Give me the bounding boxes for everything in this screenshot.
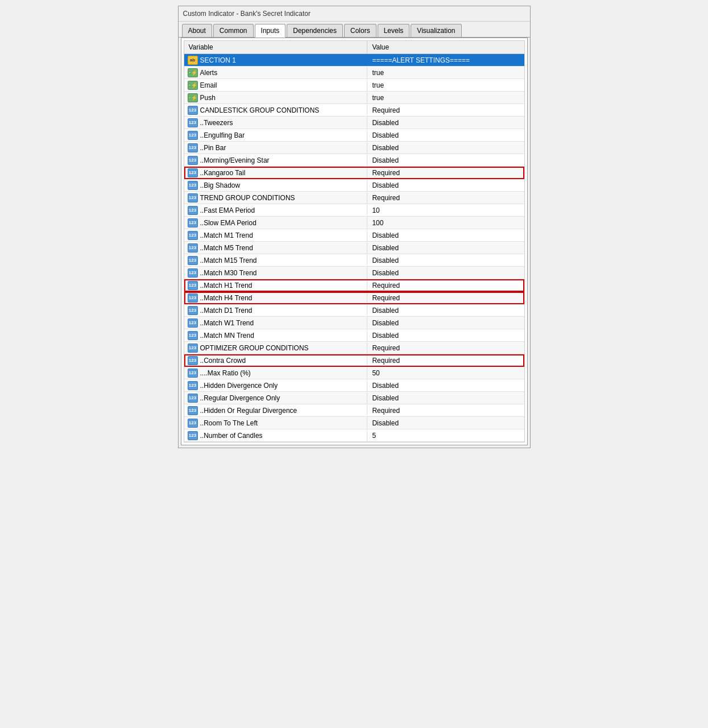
table-row[interactable]: 123..Room To The LeftDisabled xyxy=(184,417,524,429)
table-row[interactable]: 123..Fast EMA Period10 xyxy=(184,204,524,217)
table-row[interactable]: 123..Slow EMA Period100 xyxy=(184,217,524,229)
table-row[interactable]: 123..Match M5 TrendDisabled xyxy=(184,242,524,254)
variable-label: ..Big Shadow xyxy=(200,181,241,189)
tab-visualization[interactable]: Visualization xyxy=(411,24,461,37)
table-row[interactable]: 123TREND GROUP CONDITIONSRequired xyxy=(184,192,524,204)
var-cell: abSECTION 1 xyxy=(184,55,368,66)
table-row[interactable]: 123..Hidden Or Regular DivergenceRequire… xyxy=(184,404,524,417)
num-icon: 123 xyxy=(188,281,198,290)
num-icon: 123 xyxy=(188,344,198,353)
content-area: Variable Value abSECTION 1=====ALERT SET… xyxy=(181,38,528,445)
table-row[interactable]: 123..Morning/Evening StarDisabled xyxy=(184,154,524,167)
variable-label: ..Morning/Evening Star xyxy=(200,156,270,164)
variable-label: ..Match M15 Trend xyxy=(200,257,257,264)
inputs-table: Variable Value abSECTION 1=====ALERT SET… xyxy=(184,40,525,442)
value-cell: Disabled xyxy=(367,143,524,153)
table-row[interactable]: 123..Match MN TrendDisabled xyxy=(184,329,524,342)
var-cell: 123CANDLESTICK GROUP CONDITIONS xyxy=(184,105,368,116)
var-cell: Push xyxy=(184,92,368,104)
value-cell: Disabled xyxy=(367,393,524,403)
value-cell: Disabled xyxy=(367,230,524,241)
value-cell: Disabled xyxy=(367,243,524,253)
table-row[interactable]: Alertstrue xyxy=(184,67,524,79)
table-row[interactable]: 123..Contra CrowdRequired xyxy=(184,354,524,367)
value-cell: Disabled xyxy=(367,305,524,316)
variable-label: ..Tweezers xyxy=(200,119,233,127)
variable-label: ..Slow EMA Period xyxy=(200,219,256,227)
bool-icon xyxy=(188,68,198,77)
num-icon: 123 xyxy=(188,131,198,140)
table-row[interactable]: 123..Regular Divergence OnlyDisabled xyxy=(184,392,524,404)
variable-label: ..Match M30 Trend xyxy=(200,269,257,277)
variable-label: ..Match D1 Trend xyxy=(200,307,252,315)
var-cell: 123..Morning/Evening Star xyxy=(184,155,368,166)
tab-inputs[interactable]: Inputs xyxy=(255,24,286,38)
num-icon: 123 xyxy=(188,181,198,190)
table-row[interactable]: 123..TweezersDisabled xyxy=(184,117,524,129)
value-cell: Disabled xyxy=(367,268,524,278)
tab-about[interactable]: About xyxy=(182,24,212,37)
bool-icon xyxy=(188,93,198,102)
value-cell: Required xyxy=(367,193,524,203)
variable-label: Email xyxy=(200,81,217,89)
value-cell: Required xyxy=(367,168,524,178)
table-row[interactable]: 123....Max Ratio (%)50 xyxy=(184,367,524,379)
table-row[interactable]: abSECTION 1=====ALERT SETTINGS===== xyxy=(184,54,524,67)
value-cell: Required xyxy=(367,280,524,291)
var-cell: Email xyxy=(184,80,368,91)
num-icon: 123 xyxy=(188,106,198,115)
table-row[interactable]: 123..Engulfing BarDisabled xyxy=(184,129,524,142)
var-cell: 123..Regular Divergence Only xyxy=(184,392,368,404)
variable-label: Alerts xyxy=(200,69,218,77)
num-icon: 123 xyxy=(188,168,198,177)
var-cell: 123..Kangaroo Tail xyxy=(184,167,368,179)
value-cell: Required xyxy=(367,293,524,303)
value-cell: Disabled xyxy=(367,318,524,328)
num-icon: 123 xyxy=(188,206,198,215)
var-cell: 123..Slow EMA Period xyxy=(184,217,368,229)
var-cell: 123..Match H1 Trend xyxy=(184,280,368,291)
tab-levels[interactable]: Levels xyxy=(378,24,410,37)
variable-label: ..Regular Divergence Only xyxy=(200,394,280,402)
num-icon: 123 xyxy=(188,193,198,202)
table-row[interactable]: 123..Match M1 TrendDisabled xyxy=(184,229,524,242)
var-cell: 123..Tweezers xyxy=(184,117,368,129)
variable-label: ..Pin Bar xyxy=(200,144,226,152)
num-icon: 123 xyxy=(188,306,198,315)
table-row[interactable]: Emailtrue xyxy=(184,79,524,92)
variable-label: ..Match W1 Trend xyxy=(200,319,254,327)
table-row[interactable]: 123..Match H1 TrendRequired xyxy=(184,279,524,292)
var-cell: 123..Contra Crowd xyxy=(184,355,368,366)
value-cell: Disabled xyxy=(367,180,524,191)
value-cell: 10 xyxy=(367,205,524,216)
tab-dependencies[interactable]: Dependencies xyxy=(287,24,343,37)
variable-label: ..Match M5 Trend xyxy=(200,244,253,252)
variable-label: ....Max Ratio (%) xyxy=(200,369,251,377)
variable-label: ..Hidden Or Regular Divergence xyxy=(200,407,297,415)
table-row[interactable]: 123..Pin BarDisabled xyxy=(184,142,524,154)
table-row[interactable]: 123..Match M15 TrendDisabled xyxy=(184,254,524,267)
table-row[interactable]: 123..Match H4 TrendRequired xyxy=(184,292,524,304)
num-icon: 123 xyxy=(188,218,198,228)
tab-common[interactable]: Common xyxy=(213,24,254,37)
value-cell: Required xyxy=(367,105,524,115)
table-row[interactable]: 123..Big ShadowDisabled xyxy=(184,179,524,192)
var-cell: 123..Match M1 Trend xyxy=(184,230,368,241)
table-row[interactable]: 123..Match D1 TrendDisabled xyxy=(184,304,524,317)
table-row[interactable]: 123..Hidden Divergence OnlyDisabled xyxy=(184,379,524,392)
var-cell: 123..Number of Candles xyxy=(184,430,368,441)
table-row[interactable]: Pushtrue xyxy=(184,92,524,104)
table-row[interactable]: 123CANDLESTICK GROUP CONDITIONSRequired xyxy=(184,104,524,117)
variable-label: ..Engulfing Bar xyxy=(200,131,245,139)
table-row[interactable]: 123..Match W1 TrendDisabled xyxy=(184,317,524,329)
value-cell: Disabled xyxy=(367,118,524,128)
table-row[interactable]: 123..Number of Candles5 xyxy=(184,429,524,442)
table-row[interactable]: 123..Match M30 TrendDisabled xyxy=(184,267,524,279)
num-icon: 123 xyxy=(188,381,198,390)
value-cell: Disabled xyxy=(367,130,524,140)
tab-colors[interactable]: Colors xyxy=(344,24,376,37)
num-icon: 123 xyxy=(188,331,198,340)
value-cell: Disabled xyxy=(367,255,524,266)
table-row[interactable]: 123..Kangaroo TailRequired xyxy=(184,167,524,179)
table-row[interactable]: 123OPTIMIZER GROUP CONDITIONSRequired xyxy=(184,342,524,354)
